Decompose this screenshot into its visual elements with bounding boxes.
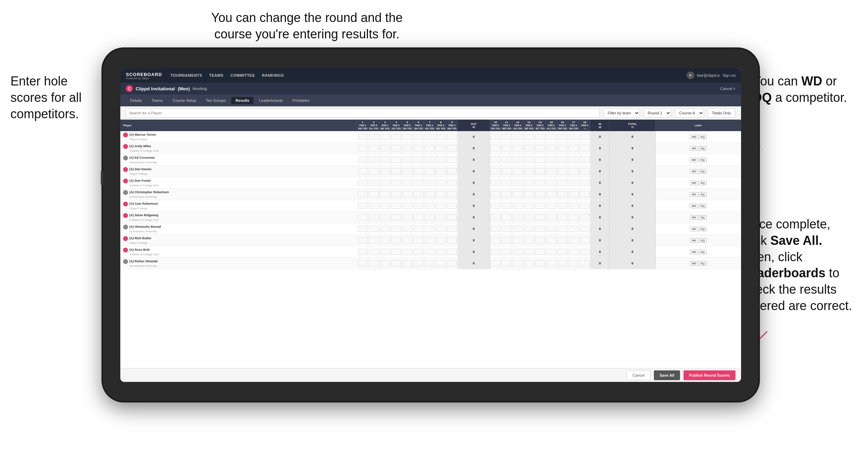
score-input-hole-5[interactable]: [402, 249, 412, 255]
score-hole-9[interactable]: [446, 200, 458, 212]
score-input-hole-16[interactable]: [558, 191, 567, 197]
score-hole-5[interactable]: [402, 143, 413, 154]
score-hole-15[interactable]: [546, 212, 557, 223]
score-input-hole-14[interactable]: [535, 157, 545, 163]
tab-course-setup[interactable]: Course Setup: [168, 97, 200, 104]
score-input-hole-4[interactable]: [391, 260, 401, 266]
score-hole-8[interactable]: [435, 246, 446, 258]
action-cell[interactable]: WDDQ: [655, 166, 741, 177]
score-hole-13[interactable]: [523, 235, 535, 246]
score-hole-13[interactable]: [523, 166, 535, 177]
score-hole-17[interactable]: [568, 246, 579, 258]
score-input-hole-11[interactable]: [502, 134, 512, 140]
score-input-hole-10[interactable]: [491, 226, 500, 232]
score-input-hole-14[interactable]: [535, 249, 545, 255]
score-input-hole-13[interactable]: [524, 203, 534, 209]
sign-out-link[interactable]: Sign out: [723, 74, 735, 77]
score-input-hole-11[interactable]: [502, 157, 512, 163]
score-hole-17[interactable]: [568, 166, 579, 177]
wd-button[interactable]: WD: [690, 146, 698, 151]
score-hole-6[interactable]: [413, 223, 424, 235]
score-input-hole-17[interactable]: [569, 191, 579, 197]
nav-rankings[interactable]: RANKINGS: [262, 72, 284, 79]
score-input-hole-17[interactable]: [569, 214, 579, 220]
score-hole-18[interactable]: [579, 166, 590, 177]
score-hole-6[interactable]: [413, 246, 424, 258]
score-hole-16[interactable]: [557, 177, 568, 189]
score-hole-3[interactable]: [379, 166, 391, 177]
score-input-hole-2[interactable]: [369, 226, 379, 232]
score-input-hole-1[interactable]: [358, 203, 368, 209]
score-hole-11[interactable]: [501, 235, 512, 246]
dq-button[interactable]: DQ: [699, 261, 707, 266]
score-hole-1[interactable]: [357, 223, 368, 235]
score-input-hole-6[interactable]: [414, 214, 423, 220]
score-hole-9[interactable]: [446, 154, 458, 166]
score-input-hole-12[interactable]: [513, 226, 523, 232]
score-hole-14[interactable]: [535, 200, 546, 212]
score-hole-4[interactable]: [391, 154, 402, 166]
score-input-hole-3[interactable]: [380, 249, 390, 255]
score-hole-6[interactable]: [413, 166, 424, 177]
score-hole-4[interactable]: [391, 189, 402, 200]
score-hole-5[interactable]: [402, 223, 413, 235]
score-input-hole-3[interactable]: [380, 145, 390, 151]
score-hole-11[interactable]: [501, 143, 512, 154]
wd-button[interactable]: WD: [690, 181, 698, 185]
dq-button[interactable]: DQ: [699, 192, 707, 197]
score-input-hole-1[interactable]: [358, 180, 368, 186]
score-hole-17[interactable]: [568, 131, 579, 143]
score-input-hole-11[interactable]: [502, 214, 512, 220]
score-input-hole-1[interactable]: [358, 168, 368, 174]
tournament-cancel-button[interactable]: Cancel ×: [720, 86, 735, 91]
score-input-hole-11[interactable]: [502, 180, 512, 186]
score-input-hole-7[interactable]: [425, 168, 435, 174]
score-input-hole-16[interactable]: [558, 260, 567, 266]
score-input-hole-4[interactable]: [391, 226, 401, 232]
score-input-hole-7[interactable]: [425, 237, 435, 243]
score-input-hole-16[interactable]: [558, 134, 567, 140]
score-input-hole-7[interactable]: [425, 191, 435, 197]
score-input-hole-17[interactable]: [569, 226, 579, 232]
score-input-hole-10[interactable]: [491, 180, 500, 186]
course-select[interactable]: Course A: [675, 108, 704, 118]
score-hole-12[interactable]: [512, 143, 523, 154]
score-hole-2[interactable]: [368, 131, 379, 143]
score-input-hole-16[interactable]: [558, 145, 567, 151]
score-input-hole-18[interactable]: [580, 249, 590, 255]
nav-teams[interactable]: TEAMS: [209, 72, 224, 79]
score-hole-5[interactable]: [402, 177, 413, 189]
score-hole-2[interactable]: [368, 143, 379, 154]
save-all-button[interactable]: Save All: [654, 370, 680, 380]
score-input-hole-4[interactable]: [391, 214, 401, 220]
score-input-hole-15[interactable]: [546, 249, 556, 255]
score-hole-18[interactable]: [579, 223, 590, 235]
score-input-hole-15[interactable]: [546, 203, 556, 209]
score-hole-2[interactable]: [368, 212, 379, 223]
score-hole-3[interactable]: [379, 131, 391, 143]
score-input-hole-18[interactable]: [580, 134, 590, 140]
score-hole-1[interactable]: [357, 212, 368, 223]
score-input-hole-13[interactable]: [524, 157, 534, 163]
score-hole-2[interactable]: [368, 200, 379, 212]
score-hole-16[interactable]: [557, 246, 568, 258]
score-hole-12[interactable]: [512, 223, 523, 235]
score-input-hole-9[interactable]: [447, 157, 457, 163]
action-cell[interactable]: WDDQ: [655, 223, 741, 235]
cancel-button[interactable]: Cancel: [627, 370, 650, 380]
action-cell[interactable]: WDDQ: [655, 189, 741, 200]
score-hole-2[interactable]: [368, 189, 379, 200]
score-input-hole-15[interactable]: [546, 226, 556, 232]
score-hole-12[interactable]: [512, 177, 523, 189]
score-hole-3[interactable]: [379, 154, 391, 166]
score-input-hole-6[interactable]: [414, 226, 423, 232]
score-input-hole-1[interactable]: [358, 145, 368, 151]
score-hole-18[interactable]: [579, 131, 590, 143]
score-hole-1[interactable]: [357, 258, 368, 269]
score-input-hole-12[interactable]: [513, 134, 523, 140]
score-input-hole-17[interactable]: [569, 134, 579, 140]
score-input-hole-16[interactable]: [558, 226, 567, 232]
score-hole-14[interactable]: [535, 166, 546, 177]
score-hole-15[interactable]: [546, 154, 557, 166]
score-hole-8[interactable]: [435, 189, 446, 200]
